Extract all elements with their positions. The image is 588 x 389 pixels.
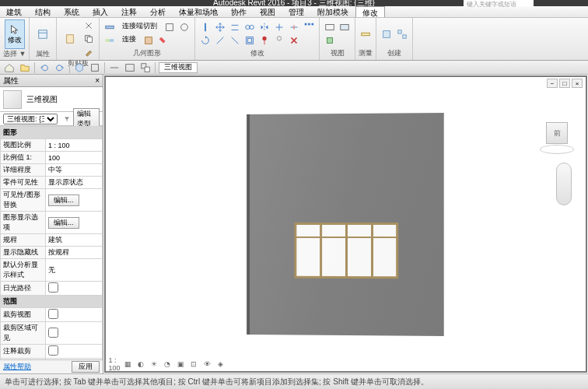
canvas-3d[interactable] [106, 77, 586, 371]
prop-cropvis[interactable] [46, 322, 103, 345]
create1-button[interactable] [380, 28, 394, 40]
mirror2-button[interactable] [213, 34, 227, 47]
view-cube-compass[interactable] [540, 145, 574, 154]
viewport-min-button[interactable]: − [547, 79, 558, 88]
gap-button[interactable] [177, 21, 191, 33]
menu-view[interactable]: 视图 [254, 6, 282, 17]
prop-annocrop[interactable] [46, 345, 103, 359]
split-face-button[interactable] [142, 34, 156, 47]
viewport-close-button[interactable]: × [572, 79, 583, 88]
copy-button[interactable] [82, 33, 96, 45]
menu-manage[interactable]: 管理 [282, 6, 311, 17]
filter-icon[interactable] [64, 114, 70, 124]
view-cube-front[interactable]: 前 [546, 122, 568, 144]
svg-rect-22 [326, 25, 334, 30]
prop-sunpath[interactable] [46, 282, 103, 296]
wall-element[interactable] [250, 112, 444, 335]
menu-struct[interactable]: 结构 [29, 6, 58, 17]
visual-style-button[interactable]: ◐ [135, 359, 146, 369]
view-name-box[interactable]: 三维视图 [159, 62, 198, 73]
delete-button[interactable] [287, 34, 301, 47]
paste-button[interactable] [60, 24, 80, 54]
window-element[interactable] [294, 222, 398, 278]
properties-button[interactable] [33, 19, 53, 49]
paint-button[interactable] [156, 34, 170, 47]
rotate-button[interactable] [198, 34, 212, 47]
menu-addins[interactable]: 附加模块 [311, 6, 355, 17]
prop-hidden[interactable]: 按规程 [46, 247, 103, 259]
cat-graphics[interactable]: 图形 [1, 127, 103, 139]
cope-button[interactable] [103, 21, 117, 33]
prop-parts[interactable]: 显示原状态 [46, 177, 103, 189]
prop-scale[interactable]: 1 : 100 [46, 139, 103, 152]
cut-button[interactable] [82, 19, 96, 32]
properties-help-link[interactable]: 属性帮助 [3, 362, 31, 372]
match-button[interactable] [82, 46, 96, 58]
array-button[interactable] [302, 21, 316, 33]
prop-vg[interactable]: 编辑... [46, 189, 103, 212]
measure-button[interactable] [359, 28, 373, 40]
qnew-button[interactable] [3, 61, 16, 74]
unpin-button[interactable] [272, 34, 286, 47]
join-button[interactable] [103, 34, 117, 47]
qopen-button[interactable] [19, 61, 31, 74]
align-button[interactable] [198, 21, 212, 33]
trim2-button[interactable] [228, 34, 242, 47]
move-button[interactable] [213, 21, 227, 33]
scale-button[interactable] [243, 34, 257, 47]
pin-button[interactable] [257, 34, 271, 47]
prop-discipline[interactable]: 建筑 [46, 234, 103, 247]
create2-button[interactable] [395, 28, 409, 40]
render-button[interactable]: ▣ [175, 359, 186, 369]
menu-collab[interactable]: 协作 [225, 6, 254, 17]
search-box[interactable]: 键入关键字或短语 [464, 0, 534, 6]
instance-dropdown[interactable]: 三维视图: {三维} [3, 114, 58, 124]
split-button[interactable] [287, 21, 301, 33]
prop-detail[interactable]: 中等 [46, 164, 103, 177]
qredo-button[interactable] [54, 61, 66, 74]
cat-extent[interactable]: 范围 [1, 296, 103, 308]
panel-clipboard: 剪贴板 [57, 18, 100, 60]
menu-massing[interactable]: 体量和场地 [173, 6, 225, 17]
sun-path-button[interactable]: ☀ [149, 359, 159, 369]
menu-analyze[interactable]: 分析 [144, 6, 173, 17]
modify-button[interactable]: 修改 [5, 19, 25, 49]
qsection-button[interactable] [89, 61, 101, 74]
isolate-icon [324, 35, 335, 46]
mirror-button[interactable] [257, 21, 271, 33]
viewport-max-button[interactable]: □ [559, 79, 570, 88]
unhide-button[interactable] [338, 21, 352, 33]
viewport[interactable]: − □ × 前 1 : 10 [104, 75, 587, 373]
close-panel-button[interactable]: × [95, 76, 100, 85]
hide-button[interactable] [323, 21, 337, 33]
menu-modify[interactable]: 修改 [355, 6, 385, 17]
menu-arch[interactable]: 建筑 [0, 6, 29, 17]
prop-analysis[interactable]: 无 [46, 259, 103, 282]
copy-mod-button[interactable] [243, 21, 257, 33]
prop-crop[interactable] [46, 308, 103, 322]
menu-system[interactable]: 系统 [58, 6, 86, 17]
qclose-button[interactable] [124, 61, 136, 74]
menu-annotate[interactable]: 注释 [115, 6, 144, 17]
trim-button[interactable] [272, 21, 286, 33]
prop-scaleval[interactable]: 100 [46, 152, 103, 164]
apply-button[interactable]: 应用 [72, 361, 100, 373]
view-cube[interactable]: 前 [540, 116, 575, 151]
hide-isolate-button[interactable]: 👁 [201, 359, 212, 369]
cut-geom-button[interactable] [163, 21, 177, 33]
crop-button[interactable]: ⊡ [188, 359, 199, 369]
isolate-button[interactable] [323, 34, 337, 47]
nav-wheel[interactable] [556, 163, 572, 205]
offset-button[interactable] [228, 21, 242, 33]
prop-graphdisp[interactable]: 编辑... [46, 212, 103, 234]
reveal-button[interactable]: ◈ [215, 359, 226, 369]
q3d-button[interactable] [73, 61, 86, 74]
qthin-button[interactable] [108, 61, 121, 74]
detail-level-button[interactable]: ▦ [122, 359, 133, 369]
shadows-button[interactable]: ◔ [162, 359, 173, 369]
qswitch-button[interactable] [139, 61, 152, 74]
menu-insert[interactable]: 插入 [86, 6, 115, 17]
scale-display[interactable]: 1 : 100 [109, 359, 120, 369]
qundo-button[interactable] [38, 61, 51, 74]
type-icon [3, 90, 22, 109]
